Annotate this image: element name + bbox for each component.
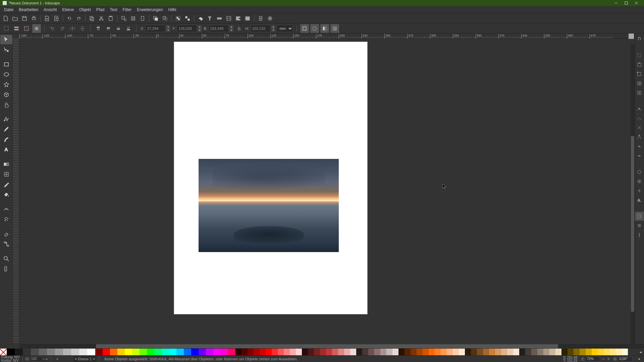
new-file-button[interactable] [1,14,10,23]
color-swatch[interactable] [555,349,561,355]
document-properties-button[interactable] [256,14,265,23]
spray-tool[interactable] [0,215,12,224]
group-button[interactable] [174,14,182,23]
color-swatch[interactable] [507,349,513,355]
vertical-scrollbar-thumb[interactable] [631,136,634,312]
minimize-button[interactable] [611,0,621,6]
move-patterns-button[interactable] [330,24,339,33]
ruler-lock-icon[interactable] [13,34,19,39]
color-swatch[interactable] [477,349,483,355]
color-swatch[interactable] [248,349,254,355]
color-swatch[interactable] [610,349,616,355]
ellipse-tool[interactable] [0,70,12,79]
color-swatch[interactable] [125,349,132,355]
close-button[interactable] [631,0,641,6]
toggle-rubberband-button[interactable] [32,24,41,33]
snap-nodes-button[interactable] [635,105,644,113]
pencil-tool[interactable] [0,125,12,134]
color-swatch[interactable] [525,349,531,355]
select-all-button[interactable] [12,24,21,33]
color-swatch[interactable] [320,349,326,355]
flip-horizontal-button[interactable] [68,24,77,33]
y-spin-down[interactable]: ▼ [198,28,202,32]
menu-filter[interactable]: Filter [120,7,135,13]
color-swatch[interactable] [380,349,386,355]
selector-tool[interactable] [0,35,12,44]
zoom-out-button[interactable]: − [601,357,605,361]
color-swatch[interactable] [254,349,260,355]
measure-tool[interactable] [0,264,12,274]
snap-smooth-button[interactable] [635,142,644,151]
tweak-tool[interactable] [0,204,12,214]
xml-dialog-button[interactable] [224,14,233,23]
x-input[interactable] [145,25,165,32]
snap-other-button[interactable] [635,168,644,176]
color-swatch[interactable] [598,349,604,355]
color-swatch[interactable] [543,349,549,355]
fill-stroke-dialog-button[interactable] [196,14,205,23]
menu-datei[interactable]: Datei [1,7,16,13]
align-dialog-button[interactable] [234,14,243,23]
menu-hilfe[interactable]: Hilfe [166,7,179,13]
color-swatch[interactable] [308,349,314,355]
connector-tool[interactable] [0,239,12,249]
color-swatch[interactable] [272,349,278,355]
select-all-layers-button[interactable] [2,24,11,33]
horizontal-scrollbar-thumb[interactable] [96,344,558,348]
color-swatch[interactable] [574,349,580,355]
node-tool[interactable] [0,45,12,54]
dropper-tool[interactable] [0,180,12,189]
w-spin-down[interactable]: ▼ [229,28,233,32]
raise-top-button[interactable] [94,24,103,33]
snap-guide-button[interactable] [635,231,644,239]
color-swatch[interactable] [531,349,537,355]
color-swatch[interactable] [447,349,453,355]
y-spin-up[interactable]: ▲ [198,25,202,28]
clone-button[interactable] [161,14,169,23]
menu-bearbeiten[interactable]: Bearbeiten [16,7,41,13]
deselect-button[interactable] [22,24,31,33]
rotate-cw-button[interactable] [58,24,67,33]
print-button[interactable] [30,14,38,23]
scale-stroke-button[interactable] [300,24,309,33]
ruler-horizontal[interactable]: -150-125-100-75-50-250255075100125150175… [19,34,628,39]
color-swatch[interactable] [7,349,15,355]
color-swatch[interactable] [616,349,622,355]
color-swatch[interactable] [184,349,191,355]
color-swatch[interactable] [87,349,95,355]
color-swatch[interactable] [147,349,154,355]
snap-toggle-button[interactable] [635,35,644,44]
color-swatch[interactable] [169,349,176,355]
color-swatch[interactable] [23,349,31,355]
color-swatch[interactable] [63,349,71,355]
snap-cusp-button[interactable] [635,133,644,141]
h-spin-up[interactable]: ▲ [271,25,275,28]
color-swatch[interactable] [15,349,23,355]
color-swatch[interactable] [260,349,266,355]
embedded-image[interactable] [199,159,339,252]
x-spin-down[interactable]: ▼ [166,28,170,32]
color-swatch[interactable] [622,349,628,355]
color-swatch[interactable] [362,349,368,355]
menu-erweiterungen[interactable]: Erweiterungen [134,7,165,13]
color-swatch[interactable] [519,349,525,355]
color-swatch[interactable] [513,349,519,355]
color-swatch[interactable] [580,349,586,355]
color-swatch[interactable] [199,349,206,355]
rotate-input[interactable] [618,356,633,362]
color-swatch[interactable] [228,349,235,355]
color-swatch[interactable] [423,349,429,355]
eraser-tool[interactable] [0,229,12,239]
color-swatch[interactable] [350,349,356,355]
color-swatch[interactable] [471,349,477,355]
snap-bbox-edge-button[interactable] [635,60,644,69]
scale-corners-button[interactable] [310,24,319,33]
opacity-spin-up[interactable]: + [46,357,48,361]
color-swatch[interactable] [213,349,221,355]
zoom-drawing-button[interactable] [129,14,138,23]
snap-bbox-button[interactable] [635,51,644,60]
width-input[interactable] [209,25,229,32]
layer-selector[interactable]: ▾ Ebene 1 ▾ [74,356,96,362]
color-swatch[interactable] [489,349,495,355]
zoom-tool[interactable] [0,254,12,263]
